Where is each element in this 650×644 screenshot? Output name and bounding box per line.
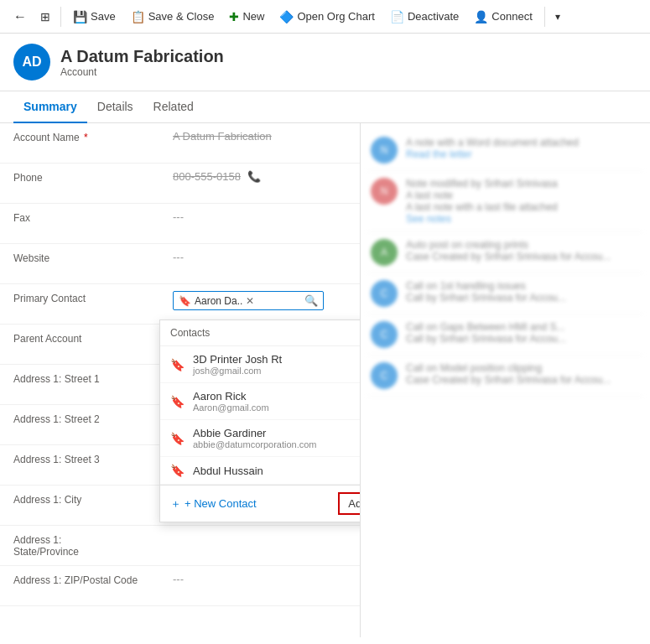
lookup-tag-text: Aaron Da.. (195, 295, 242, 307)
account-name-value[interactable]: A Datum Fabrication (173, 130, 346, 143)
timeline-avatar-3: C (371, 280, 398, 307)
timeline-content-2: Auto post on creating prints Case Create… (406, 239, 640, 266)
address-zip-value[interactable]: --- (173, 573, 346, 585)
primary-contact-label: Primary Contact (13, 291, 173, 304)
lookup-dropdown: Contacts Recent records 🔖 3D Printer Jos… (159, 319, 361, 522)
contacts-header: Contacts (170, 327, 210, 339)
contact-name-0: 3D Printer Josh Rt (193, 353, 361, 366)
contact-email-0: josh@gmail.com (193, 366, 361, 376)
contact-name-1: Aaron Rick (193, 390, 361, 402)
right-panel: N A note with a Word document attached R… (361, 123, 650, 637)
address-city-label: Address 1: City (13, 492, 173, 506)
tab-related[interactable]: Related (143, 91, 204, 123)
website-label: Website (13, 251, 173, 264)
field-address-zip: Address 1: ZIP/Postal Code --- (0, 566, 360, 606)
content-area: Account Name * A Datum Fabrication Phone… (0, 123, 650, 637)
timeline-item-4: C Call on Gaps Between HMI and S... Call… (367, 314, 643, 356)
dropdown-footer: ＋ + New Contact Advanced lookup (160, 485, 361, 522)
pages-button[interactable]: ⊞ (35, 7, 55, 27)
contact-info-3: Abdul Hussain (193, 465, 361, 477)
field-fax: Fax --- (0, 204, 360, 244)
org-chart-button[interactable]: 🔷 Open Org Chart (273, 7, 382, 27)
contact-icon-2: 🔖 (170, 432, 185, 445)
address-street1-label: Address 1: Street 1 (13, 371, 173, 385)
contact-item-1[interactable]: 🔖 Aaron Rick Aaron@gmail.com ∨ (160, 383, 361, 420)
lookup-input-box[interactable]: 🔖 Aaron Da.. ✕ 🔍 (173, 291, 324, 310)
timeline-content-4: Call on Gaps Between HMI and S... Call b… (406, 321, 640, 348)
deactivate-icon: 📄 (390, 10, 404, 23)
timeline-avatar-0: N (371, 137, 398, 164)
lookup-container: 🔖 Aaron Da.. ✕ 🔍 Contacts Recent records… (173, 291, 324, 310)
save-icon: 💾 (73, 10, 87, 23)
toolbar-divider-1 (60, 7, 61, 27)
timeline-link-0[interactable]: Read the letter (406, 148, 472, 160)
tabs: Summary Details Related (0, 91, 650, 123)
avatar: AD (13, 44, 50, 80)
record-header: AD A Datum Fabrication Account (0, 34, 650, 91)
address-zip-label: Address 1: ZIP/Postal Code (13, 573, 173, 586)
contact-name-2: Abbie Gardiner (193, 427, 361, 439)
tab-details[interactable]: Details (87, 91, 143, 123)
timeline-link-1[interactable]: See notes (406, 213, 451, 225)
plus-icon: ＋ (170, 496, 181, 512)
timeline-avatar-2: A (371, 239, 398, 266)
tab-summary[interactable]: Summary (13, 91, 87, 123)
record-title: A Datum Fabrication (60, 47, 224, 66)
new-button[interactable]: ✚ New (222, 7, 271, 27)
timeline-avatar-4: C (371, 321, 398, 348)
connect-button[interactable]: 👤 Connect (467, 7, 538, 27)
address-street3-label: Address 1: Street 3 (13, 452, 173, 465)
timeline-item-1: N Note modified by Srihari Srinivasa A l… (367, 171, 643, 232)
contact-info-0: 3D Printer Josh Rt josh@gmail.com (193, 353, 361, 376)
timeline-content-1: Note modified by Srihari Srinivasa A las… (406, 178, 640, 225)
left-panel: Account Name * A Datum Fabrication Phone… (0, 123, 361, 637)
new-contact-button[interactable]: ＋ + New Contact (170, 496, 257, 512)
record-info: A Datum Fabrication Account (60, 47, 224, 78)
save-close-icon: 📋 (131, 10, 145, 23)
toolbar-more-button[interactable]: ▾ (550, 8, 565, 26)
phone-value: 800-555-0158 📞 (173, 170, 346, 183)
back-button[interactable]: ← (7, 6, 34, 28)
contact-email-1: Aaron@gmail.com (193, 402, 361, 413)
field-website: Website --- (0, 244, 360, 284)
timeline-content-0: A note with a Word document attached Rea… (406, 137, 640, 164)
save-close-button[interactable]: 📋 Save & Close (124, 7, 221, 27)
required-marker: * (84, 132, 88, 143)
deactivate-button[interactable]: 📄 Deactivate (383, 7, 465, 27)
contact-icon-0: 🔖 (170, 358, 185, 371)
contact-item-3[interactable]: 🔖 Abdul Hussain ∨ (160, 457, 361, 485)
phone-label: Phone (13, 170, 173, 184)
org-chart-icon: 🔷 (279, 10, 294, 23)
dropdown-header: Contacts Recent records (160, 320, 361, 346)
timeline-avatar-5: C (371, 362, 398, 389)
timeline-avatar-1: N (371, 178, 398, 205)
lookup-search-icon[interactable]: 🔍 (304, 294, 318, 307)
contact-icon-1: 🔖 (170, 395, 185, 408)
contact-item-0[interactable]: 🔖 3D Printer Josh Rt josh@gmail.com ∨ (160, 346, 361, 383)
address-state-label: Address 1:State/Province (13, 532, 173, 558)
advanced-lookup-button[interactable]: Advanced lookup (338, 492, 361, 515)
field-account-name: Account Name * A Datum Fabrication (0, 123, 360, 164)
website-value[interactable]: --- (173, 251, 346, 263)
account-name-label: Account Name * (13, 130, 173, 143)
field-primary-contact: Primary Contact 🔖 Aaron Da.. ✕ 🔍 Contact… (0, 284, 360, 325)
contact-item-2[interactable]: 🔖 Abbie Gardiner abbie@datumcorporation.… (160, 420, 361, 457)
record-type: Account (60, 66, 224, 78)
timeline-item-0: N A note with a Word document attached R… (367, 130, 643, 171)
timeline-item-5: C Call on Model position clipping Case C… (367, 356, 643, 397)
timeline-item-2: A Auto post on creating prints Case Crea… (367, 232, 643, 273)
save-button[interactable]: 💾 Save (66, 7, 122, 27)
phone-icon: 📞 (247, 170, 261, 183)
fax-value[interactable]: --- (173, 210, 346, 223)
timeline-content-5: Call on Model position clipping Case Cre… (406, 362, 640, 389)
timeline-content-3: Call on 1st handling issues Call by Srih… (406, 280, 640, 307)
contact-email-2: abbie@datumcorporation.com (193, 439, 361, 449)
contact-info-2: Abbie Gardiner abbie@datumcorporation.co… (193, 427, 361, 449)
contact-icon-3: 🔖 (170, 464, 185, 477)
phone-row: 800-555-0158 📞 (173, 170, 346, 183)
timeline-item-3: C Call on 1st handling issues Call by Sr… (367, 273, 643, 314)
contact-name-3: Abdul Hussain (193, 465, 361, 477)
field-phone: Phone 800-555-0158 📞 (0, 164, 360, 204)
lookup-clear-button[interactable]: ✕ (246, 295, 254, 307)
field-address-state: Address 1:State/Province (0, 526, 360, 566)
